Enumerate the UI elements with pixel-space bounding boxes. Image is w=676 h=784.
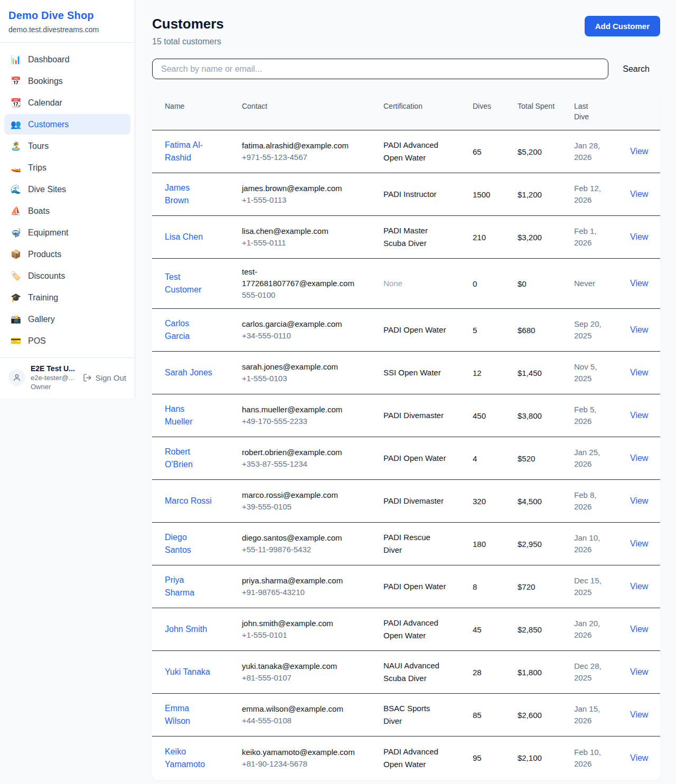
view-customer-link[interactable]: View [630, 325, 648, 334]
sidebar-item-gallery[interactable]: 📸Gallery [4, 309, 130, 329]
view-customer-link[interactable]: View [630, 539, 648, 548]
sidebar-item-dashboard[interactable]: 📊Dashboard [4, 49, 130, 70]
view-customer-link[interactable]: View [630, 368, 648, 377]
customer-email: marco.rossi@example.com [242, 489, 356, 501]
customer-dives: 65 [473, 147, 518, 156]
view-customer-link[interactable]: View [630, 582, 648, 591]
customer-total-spent: $1,200 [518, 190, 574, 199]
customer-total-spent: $4,500 [518, 497, 574, 506]
customer-certification: SSI Open Water [383, 366, 473, 379]
table-row: Fatima Al-Rashid fatima.alrashid@example… [152, 130, 660, 173]
table-row: Marco Rossi marco.rossi@example.com+39-5… [152, 480, 660, 523]
sidebar-item-calendar[interactable]: 📆Calendar [4, 92, 130, 113]
island-icon: 🏝️ [11, 141, 21, 151]
customer-name-link[interactable]: James Brown [165, 182, 242, 207]
customer-total-spent: $1,800 [518, 668, 574, 677]
table-row: Keiko Yamamoto keiko.yamamoto@example.co… [152, 736, 660, 779]
view-customer-link[interactable]: View [630, 454, 648, 462]
customer-total-spent: $2,600 [518, 711, 574, 720]
bookings-calendar-icon: 📅 [11, 76, 21, 86]
sign-out-button[interactable]: Sign Out [83, 373, 126, 382]
customer-certification: PADI Open Water [383, 580, 473, 593]
sidebar-item-label: Products [28, 250, 61, 259]
page-title: Customers [152, 16, 224, 32]
view-customer-link[interactable]: View [630, 753, 648, 762]
sign-out-label: Sign Out [96, 373, 126, 382]
customer-phone: +1-555-0113 [242, 194, 356, 206]
view-customer-link[interactable]: View [630, 279, 648, 288]
sign-out-icon [83, 373, 92, 382]
sidebar-item-tours[interactable]: 🏝️Tours [4, 136, 130, 156]
view-customer-link[interactable]: View [630, 232, 648, 241]
customer-name-link[interactable]: Carlos Garcia [165, 317, 242, 343]
add-customer-button[interactable]: Add Customer [585, 16, 660, 36]
search-bar: Search [152, 59, 660, 79]
customer-name-link[interactable]: Keiko Yamamoto [165, 745, 242, 771]
customer-dives: 5 [473, 326, 518, 335]
column-header-name: Name [165, 101, 242, 111]
customer-email: james.brown@example.com [242, 183, 356, 194]
sidebar-item-boats[interactable]: ⛵Boats [4, 201, 130, 221]
sidebar-item-label: Gallery [28, 315, 55, 324]
sidebar-item-label: POS [28, 336, 46, 346]
customer-name-link[interactable]: Yuki Tanaka [165, 666, 242, 678]
customer-certification: None [383, 277, 473, 290]
view-customer-link[interactable]: View [630, 496, 648, 505]
customer-total-spent: $0 [518, 279, 574, 288]
user-name: E2E Test U... [31, 364, 78, 373]
customer-name-link[interactable]: Marco Rossi [165, 495, 242, 507]
table-row: Lisa Chen lisa.chen@example.com+1-555-01… [152, 216, 660, 259]
sidebar-item-equipment[interactable]: 🤿Equipment [4, 222, 130, 243]
view-customer-link[interactable]: View [630, 190, 648, 199]
sidebar-item-bookings[interactable]: 📅Bookings [4, 71, 130, 91]
customer-dives: 1500 [473, 190, 518, 199]
search-input[interactable] [152, 59, 608, 79]
customer-name-link[interactable]: Hans Mueller [165, 403, 242, 428]
customer-name-link[interactable]: Priya Sharma [165, 574, 242, 599]
customer-certification: PADI Divemaster [383, 409, 473, 422]
customer-name-link[interactable]: Robert O'Brien [165, 446, 242, 471]
column-header-contact: Contact [242, 101, 383, 111]
view-customer-link[interactable]: View [630, 625, 648, 634]
sidebar-item-dive-sites[interactable]: 🌊Dive Sites [4, 179, 130, 200]
user-info: E2E Test U... e2e-tester@... Owner [31, 364, 78, 391]
sidebar-item-label: Tours [28, 141, 49, 151]
customer-name-link[interactable]: Emma Wilson [165, 702, 242, 728]
view-customer-link[interactable]: View [630, 147, 648, 156]
search-button[interactable]: Search [623, 64, 650, 74]
table-row: Test Customer test-1772681807767@example… [152, 259, 660, 309]
shop-domain: demo.test.divestreams.com [8, 25, 126, 34]
customer-name-link[interactable]: Lisa Chen [165, 231, 242, 243]
camera-icon: 📸 [11, 314, 21, 324]
view-customer-link[interactable]: View [630, 411, 648, 420]
table-row: Carlos Garcia carlos.garcia@example.com+… [152, 309, 660, 352]
customer-name-link[interactable]: Diego Santos [165, 531, 242, 556]
customer-phone: +971-55-123-4567 [242, 152, 356, 163]
sidebar-item-label: Bookings [28, 77, 63, 86]
customer-last-dive: Dec 28, 2025 [574, 660, 630, 684]
customer-email: yuki.tanaka@example.com [242, 660, 356, 672]
sidebar-item-trips[interactable]: 🚤Trips [4, 157, 130, 178]
sidebar-item-discounts[interactable]: 🏷️Discounts [4, 266, 130, 286]
customer-phone: +1-555-0103 [242, 373, 356, 384]
customer-name-link[interactable]: John Smith [165, 623, 242, 636]
sidebar-item-products[interactable]: 📦Products [4, 244, 130, 265]
customer-last-dive: Feb 5, 2026 [574, 404, 630, 427]
customer-total-spent: $3,200 [518, 233, 574, 242]
sidebar-item-customers[interactable]: 👥Customers [4, 114, 130, 135]
customer-certification: PADI Master Scuba Diver [383, 224, 473, 250]
customer-name-link[interactable]: Test Customer [165, 271, 242, 296]
sidebar-item-label: Calendar [28, 98, 62, 108]
table-row: Hans Mueller hans.mueller@example.com+49… [152, 394, 660, 437]
view-customer-link[interactable]: View [630, 710, 648, 719]
customer-dives: 95 [473, 753, 518, 762]
view-customer-link[interactable]: View [630, 667, 648, 676]
customer-phone: +1-555-0101 [242, 629, 356, 641]
customer-name-link[interactable]: Sarah Jones [165, 366, 242, 379]
sidebar-item-training[interactable]: 🎓Training [4, 287, 130, 308]
table-row: Yuki Tanaka yuki.tanaka@example.com+81-5… [152, 651, 660, 694]
wave-icon: 🌊 [11, 184, 21, 194]
sidebar-item-pos[interactable]: 💳POS [4, 330, 130, 351]
customer-email: test-1772681807767@example.com [242, 266, 356, 289]
customer-name-link[interactable]: Fatima Al-Rashid [165, 139, 242, 164]
